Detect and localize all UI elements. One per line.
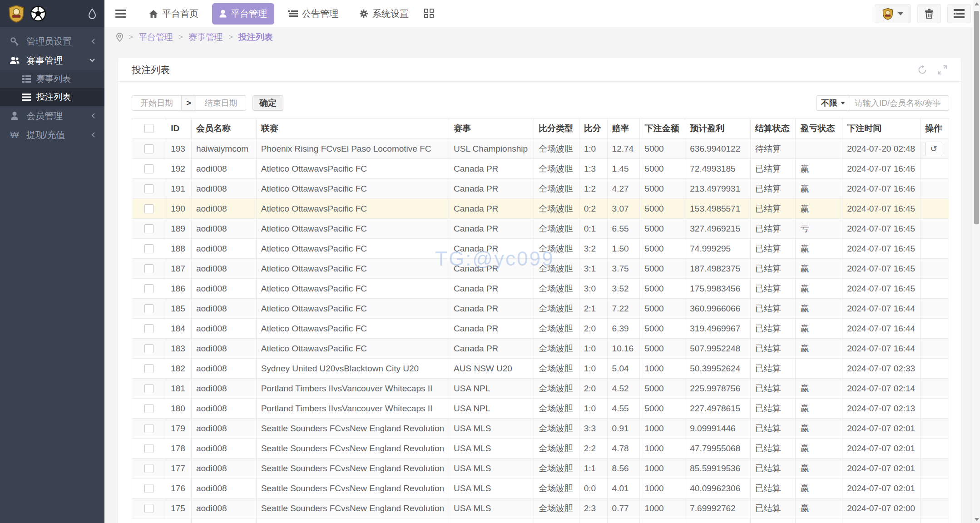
avatar-shield-icon [882, 8, 893, 20]
breadcrumb-link-platform[interactable]: 平台管理 [139, 31, 173, 43]
row-checkbox[interactable] [144, 304, 153, 313]
cell-member: aodi008 [191, 219, 256, 239]
cell-time: 2024-07-07 02:01 [842, 419, 921, 439]
row-checkbox[interactable] [144, 504, 153, 513]
nav-platform-management[interactable]: 平台管理 [212, 3, 274, 25]
row-checkbox[interactable] [144, 444, 153, 453]
hamburger-menu-icon[interactable] [115, 10, 126, 18]
row-checkbox[interactable] [144, 324, 153, 333]
cell-id: 180 [166, 399, 192, 419]
cell-score_type: 全场波胆 [534, 379, 579, 399]
sidebar-item-match-management[interactable]: 赛事管理 [0, 51, 104, 70]
select-all-checkbox[interactable] [144, 124, 153, 133]
row-checkbox[interactable] [144, 204, 153, 213]
scope-dropdown-button[interactable]: 不限 [816, 95, 850, 111]
row-checkbox[interactable] [144, 424, 153, 433]
cell-profit: 50.39952624 [685, 359, 750, 379]
row-checkbox[interactable] [144, 164, 153, 173]
cell-odds: 4.78 [607, 439, 640, 459]
nav-announcement-management[interactable]: 公告管理 [281, 3, 346, 25]
row-checkbox[interactable] [144, 484, 153, 493]
table-row: 176aodi008Seattle Sounders FCvsNew Engla… [132, 479, 949, 498]
column-header: 联赛 [256, 118, 449, 139]
cell-result: 赢 [796, 439, 842, 459]
cell-result: 赢 [796, 518, 842, 523]
end-date-input[interactable] [196, 95, 246, 111]
date-range-arrow-button[interactable]: > [182, 95, 196, 111]
cell-member: aodi008 [191, 299, 256, 319]
cell-profit: 360.9966066 [685, 299, 750, 319]
cell-time: 2024-07-07 16:45 [842, 199, 921, 219]
cell-odds: 0.77 [607, 498, 640, 518]
sidebar-item-withdraw-deposit[interactable]: ₩ 提现/充值 [0, 125, 104, 144]
confirm-button[interactable]: 确定 [252, 95, 283, 111]
users-icon [9, 56, 20, 65]
cell-amount: 5000 [640, 299, 685, 319]
sidebar-item-bet-list[interactable]: 投注列表 [0, 88, 104, 106]
table-row: 174aodi008Seattle Sounders FCvsNew Engla… [132, 518, 949, 523]
cell-time: 2024-07-07 02:00 [842, 518, 921, 523]
breadcrumb-current-bet-list[interactable]: 投注列表 [238, 31, 273, 43]
row-checkbox[interactable] [144, 344, 153, 353]
row-checkbox[interactable] [144, 244, 153, 253]
cell-profit: 40.09962306 [685, 479, 750, 498]
column-header: 结算状态 [750, 118, 796, 139]
row-checkbox[interactable] [144, 224, 153, 233]
cell-profit: 9.09991446 [685, 419, 750, 439]
fullscreen-icon[interactable] [937, 65, 947, 75]
column-header: 预计盈利 [685, 118, 750, 139]
cell-select [132, 498, 166, 518]
row-checkbox[interactable] [144, 464, 153, 473]
page-scrollbar[interactable] [973, 0, 980, 523]
sidebar-item-admin-settings[interactable]: 管理员设置 [0, 32, 104, 51]
refresh-icon[interactable] [917, 65, 927, 75]
cell-score_type: 全场波胆 [534, 518, 579, 523]
cell-league: Seattle Sounders FCvsNew England Revolut… [256, 498, 449, 518]
sidebar-item-label: 管理员设置 [26, 35, 72, 48]
row-checkbox[interactable] [144, 384, 153, 393]
row-checkbox[interactable] [144, 364, 153, 373]
key-icon [9, 36, 20, 46]
row-checkbox[interactable] [144, 404, 153, 413]
cell-amount: 5000 [640, 319, 685, 339]
scrollbar-up-arrow[interactable] [973, 0, 980, 7]
bet-table-header-row: ID会员名称联赛赛事比分类型比分赔率下注金额预计盈利结算状态盈亏状态下注时间操作 [132, 118, 949, 139]
scrollbar-down-arrow[interactable] [973, 516, 980, 523]
breadcrumb-link-match-management[interactable]: 赛事管理 [188, 31, 223, 43]
nav-system-settings[interactable]: 系统设置 [352, 3, 416, 25]
row-checkbox[interactable] [144, 264, 153, 273]
trash-button[interactable] [917, 4, 941, 23]
sidebar-item-match-list[interactable]: 赛事列表 [0, 70, 104, 88]
search-input[interactable] [850, 95, 949, 111]
sidebar-item-label: 赛事列表 [36, 73, 71, 85]
scrollbar-thumb[interactable] [974, 11, 979, 224]
cell-league: Atletico OttawavsPacific FC [256, 199, 449, 219]
cell-match: USA MLS [449, 419, 534, 439]
start-date-input[interactable] [132, 95, 182, 111]
nav-platform-home[interactable]: 平台首页 [142, 3, 206, 25]
log-list-button[interactable] [947, 4, 971, 23]
cell-score: 0:0 [579, 479, 607, 498]
cell-id: 192 [166, 159, 192, 179]
cell-action [921, 399, 949, 419]
cell-time: 2024-07-07 16:44 [842, 319, 921, 339]
cell-score: 1:2 [579, 179, 607, 199]
row-checkbox[interactable] [144, 284, 153, 293]
cell-result: 赢 [796, 419, 842, 439]
rollback-button[interactable]: ↺ [925, 142, 942, 156]
cell-odds: 1.50 [607, 239, 640, 259]
apps-grid-icon[interactable] [424, 9, 434, 19]
account-menu-button[interactable] [875, 4, 911, 23]
sidebar-item-member-management[interactable]: 会员管理 [0, 106, 104, 125]
breadcrumb-separator: > [228, 33, 233, 42]
cell-action [921, 319, 949, 339]
cell-score: 3:0 [579, 279, 607, 299]
cell-action [921, 279, 949, 299]
row-checkbox[interactable] [144, 184, 153, 193]
cell-profit: 327.4969215 [685, 219, 750, 239]
nav-label: 系统设置 [372, 8, 409, 20]
row-checkbox[interactable] [144, 144, 153, 153]
sidebar-menu: 管理员设置 赛事管理 赛事列表 [0, 27, 104, 144]
cell-league: Atletico OttawavsPacific FC [256, 299, 449, 319]
cell-select [132, 399, 166, 419]
